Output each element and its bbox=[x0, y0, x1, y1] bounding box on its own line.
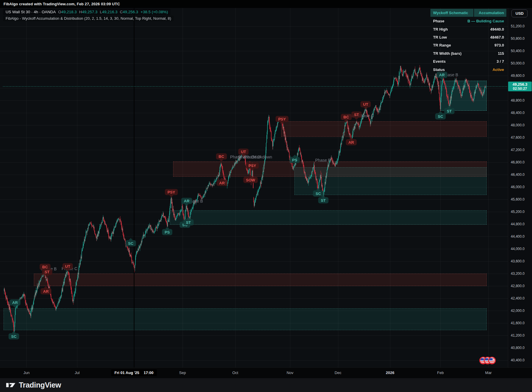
symbol-title[interactable]: US Wall St 30 · 4h · OANDA bbox=[6, 10, 56, 14]
price-tick: 51,200.0 bbox=[511, 24, 525, 28]
currency-toggle-button[interactable]: USD bbox=[511, 9, 528, 17]
close-value: 49,256.3 bbox=[123, 10, 138, 14]
close-label: C bbox=[120, 10, 123, 14]
open-label: O bbox=[58, 10, 62, 14]
change-value: +38.5 (+0.08%) bbox=[140, 10, 168, 14]
price-tick: 46,000.0 bbox=[511, 185, 525, 189]
indicator-legend-row[interactable]: FibAlgo - Wyckoff Accumulation & Distrib… bbox=[3, 16, 174, 21]
crosshair-time: 17:00 bbox=[144, 371, 153, 375]
price-tick: 45,200.0 bbox=[511, 210, 525, 214]
event-label-psy: PSY bbox=[246, 163, 259, 169]
row-label: TR Width (bars) bbox=[433, 51, 462, 56]
crosshair-date-label: Fri 01 Aug '25 17:00 bbox=[111, 369, 157, 376]
time-tick: Feb bbox=[437, 371, 444, 375]
crosshair-date: Fri 01 Aug '25 bbox=[115, 371, 139, 375]
price-tick: 46,400.0 bbox=[511, 173, 525, 177]
footer: TradingView bbox=[0, 378, 532, 392]
row-label: Events bbox=[433, 59, 446, 64]
row-label: TR Low bbox=[433, 35, 447, 39]
watermark-text: FibAlgo created with TradingView.com, Fe… bbox=[4, 2, 120, 6]
price-tick: 42,800.0 bbox=[511, 284, 525, 288]
event-label-bc: BC bbox=[341, 114, 352, 120]
row-value: Active bbox=[493, 67, 504, 72]
row-value: 3 / 7 bbox=[497, 59, 504, 64]
price-tick: 50,000.0 bbox=[511, 61, 525, 65]
event-label-ar: AR bbox=[181, 198, 192, 204]
panel-row-tr-low: TR Low 48467.0 bbox=[430, 33, 506, 41]
panel-header-mode: Accumulation bbox=[474, 9, 506, 17]
high-label: H bbox=[79, 10, 82, 14]
time-tick: Mar bbox=[485, 371, 492, 375]
price-tick: 43,600.0 bbox=[511, 259, 525, 263]
event-label-st: ST bbox=[183, 219, 194, 226]
high-value: 49,257.3 bbox=[82, 10, 97, 14]
event-label-ps: PS bbox=[289, 157, 300, 163]
time-tick: Sep bbox=[179, 371, 186, 375]
row-label: TR Range bbox=[433, 43, 451, 47]
event-label-psy: PSY bbox=[276, 116, 289, 122]
row-label: Status bbox=[433, 67, 445, 72]
panel-header-title: Wyckoff Schematic bbox=[430, 9, 473, 17]
panel-row-events: Events 3 / 7 bbox=[430, 57, 506, 65]
price-tick: 44,400.0 bbox=[511, 234, 525, 239]
event-label-st: ST bbox=[42, 269, 52, 275]
event-label-ar: AR bbox=[41, 288, 52, 295]
price-tick: 47,600.0 bbox=[511, 135, 525, 140]
price-tick: 48,800.0 bbox=[511, 98, 525, 102]
legend: US Wall St 30 · 4h · OANDA O 49,218.3 H … bbox=[3, 9, 174, 21]
bar-countdown: 02:50:27 bbox=[508, 87, 532, 91]
price-axis[interactable]: 51,200.050,800.050,400.050,000.049,600.0… bbox=[508, 8, 532, 368]
price-tick: 42,400.0 bbox=[511, 296, 525, 300]
tradingview-logo-icon[interactable] bbox=[6, 381, 16, 389]
wyckoff-schematic-panel: Wyckoff Schematic Accumulation Phase B —… bbox=[430, 9, 506, 74]
price-tick: 49,600.0 bbox=[511, 74, 525, 78]
time-axis[interactable]: Fri 01 Aug '25 17:00 JunJulSepOctNovDec2… bbox=[0, 368, 532, 378]
low-value: 49,216.3 bbox=[102, 10, 117, 14]
open-value: 49,218.3 bbox=[61, 10, 77, 14]
panel-row-phase: Phase B — Building Cause bbox=[430, 17, 506, 25]
us-flag-icon bbox=[488, 357, 496, 364]
event-label-sc: SC bbox=[9, 333, 19, 340]
symbol-flags bbox=[479, 357, 496, 364]
price-tick: 50,800.0 bbox=[511, 37, 525, 41]
time-tick: Oct bbox=[232, 371, 238, 375]
price-tick: 46,800.0 bbox=[511, 160, 525, 164]
event-label-ps: PS bbox=[162, 229, 172, 235]
row-value: 48467.0 bbox=[490, 35, 504, 39]
chart-plot-area[interactable]: SCARBCSTARUTSCPSPSYSCSTARBCUTPSYSOWARPSY… bbox=[0, 8, 532, 368]
panel-header: Wyckoff Schematic Accumulation bbox=[430, 9, 506, 17]
tradingview-wordmark[interactable]: TradingView bbox=[19, 381, 61, 389]
event-label-sc: SC bbox=[435, 113, 446, 120]
event-label-st: ST bbox=[318, 197, 329, 204]
time-tick: Jun bbox=[24, 371, 30, 375]
time-tick: Jul bbox=[75, 371, 80, 375]
symbol-legend-row[interactable]: US Wall St 30 · 4h · OANDA O 49,218.3 H … bbox=[3, 9, 170, 15]
row-value: 49440.0 bbox=[490, 27, 504, 32]
low-label: L bbox=[100, 10, 102, 14]
time-tick: Dec bbox=[334, 371, 341, 375]
last-price-label: 49,256.3 02:50:27 bbox=[508, 82, 532, 91]
panel-row-status: Status Active bbox=[430, 65, 506, 73]
event-label-ut: UT bbox=[238, 149, 248, 155]
event-label-ar: AR bbox=[10, 300, 21, 306]
price-tick: 40,400.0 bbox=[511, 358, 525, 362]
price-tick: 40,800.0 bbox=[511, 346, 525, 350]
time-tick: 2026 bbox=[386, 371, 395, 375]
price-tick: 44,000.0 bbox=[511, 247, 525, 251]
event-label-sc: SC bbox=[125, 240, 136, 247]
phase-text: Markdown bbox=[253, 155, 272, 159]
event-label-ar: AR bbox=[346, 139, 357, 145]
indicator-title[interactable]: FibAlgo - Wyckoff Accumulation & Distrib… bbox=[6, 16, 171, 21]
panel-row-tr-width: TR Width (bars) 115 bbox=[430, 49, 506, 57]
row-label: Phase bbox=[433, 19, 444, 23]
event-label-st: ST bbox=[352, 112, 362, 118]
row-value: 115 bbox=[498, 51, 504, 56]
event-label-ut: UT bbox=[62, 263, 73, 269]
price-tick: 48,000.0 bbox=[511, 123, 525, 127]
event-label-sow: SOW bbox=[243, 177, 258, 183]
price-tick: 42,000.0 bbox=[511, 309, 525, 313]
watermark-bar: FibAlgo created with TradingView.com, Fe… bbox=[0, 0, 532, 8]
last-price-value: 49,256.3 bbox=[508, 82, 532, 87]
panel-row-tr-high: TR High 49440.0 bbox=[430, 25, 506, 33]
price-tick: 44,800.0 bbox=[511, 222, 525, 226]
